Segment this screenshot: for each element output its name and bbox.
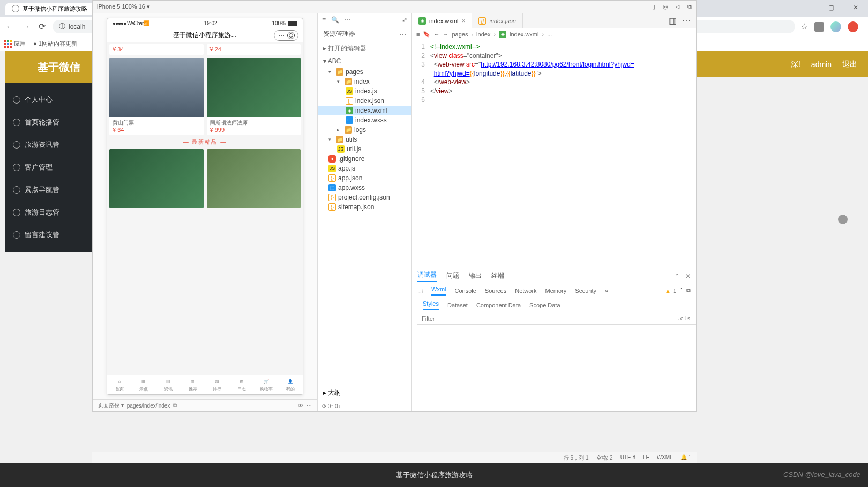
wxml-tree-area[interactable] [412,298,417,411]
bc-index[interactable]: index [476,31,490,38]
mobile-icon[interactable]: ▯ [652,3,655,10]
folder-logs[interactable]: ▸📁logs [318,125,411,135]
open-editors-section[interactable]: ▸ 打开的编辑器 [318,42,411,55]
filter-input[interactable] [417,312,671,324]
dock-icon[interactable]: ⤢ [402,16,407,24]
copy-icon[interactable]: ⧉ [687,3,692,10]
page-path-label[interactable]: 页面路径 ▾ [98,402,124,409]
subtab-scope[interactable]: Scope Data [529,302,560,308]
split-icon[interactable]: ▥ [669,16,677,26]
product-card[interactable]: ¥ 24 [207,44,301,55]
bell-icon[interactable]: 🔔 1 [680,454,691,462]
tab-log[interactable]: ▨日志 [229,378,254,392]
chevron-up-icon[interactable]: ⌃ [675,272,680,280]
tool-sources[interactable]: Sources [485,287,506,294]
topbar-admin[interactable]: admin [811,60,832,69]
close-icon[interactable]: ✕ [685,272,691,280]
extension-badge[interactable] [848,21,858,32]
record-icon[interactable]: ◎ [663,3,668,10]
assistive-touch[interactable] [838,215,848,224]
list-icon[interactable]: ≡ [322,16,326,24]
bc-file[interactable]: index.wxml [510,31,538,38]
encoding[interactable]: UTF-8 [620,454,635,462]
subtab-component[interactable]: Component Data [476,302,521,308]
profile-avatar[interactable] [830,21,841,32]
tab-rank[interactable]: ▧排行 [205,378,230,392]
more-icon[interactable]: ⋯ [278,32,285,39]
product-card[interactable] [109,149,204,208]
sim-content[interactable]: ¥ 34 ¥ 24 黄山门票¥ 64 阿斯顿法师法师¥ 999 — 最新精品 — [107,42,303,375]
tab-me[interactable]: 👤我的 [278,378,303,392]
tab-terminal[interactable]: 终端 [491,271,504,281]
folder-utils[interactable]: ▾📁utils [318,135,411,144]
tab-news[interactable]: ▤资讯 [156,378,181,392]
tab-problems[interactable]: 问题 [446,271,459,281]
product-card[interactable] [207,149,301,208]
bc-more[interactable]: ... [547,31,552,38]
outline-section[interactable]: ▸ 大纲 [318,385,411,401]
file-sitemap[interactable]: {}sitemap.json [318,202,411,212]
folder-pages[interactable]: ▾📁pages [318,67,411,77]
more-icon[interactable]: ⋯ [682,16,691,26]
folder-index[interactable]: ▾📁index [318,77,411,86]
tab-cart[interactable]: 🛒购物车 [254,378,279,392]
back-icon[interactable]: ← [433,31,439,38]
bookmark-icon[interactable]: 🔖 [423,31,430,38]
capsule-button[interactable]: ⋯ [274,30,298,41]
tab-debugger[interactable]: 调试器 [417,270,437,282]
minimize-button[interactable]: — [794,0,819,15]
indent-info[interactable]: 空格: 2 [596,454,613,462]
file-projectconfig[interactable]: {}project.config.json [318,193,411,202]
close-icon[interactable]: × [461,17,465,25]
language-mode[interactable]: WXML [657,454,673,462]
topbar-logout[interactable]: 退出 [842,60,857,69]
code-content[interactable]: <!--index.wxml--> <view class="container… [428,40,637,269]
eye-icon[interactable]: 👁 [298,403,303,409]
more-icon[interactable]: ⋯ [306,403,312,409]
bookmark-item[interactable]: ● 1网站内容更新 [33,40,77,48]
file-index-wxss[interactable]: ⬚index.wxss [318,115,411,125]
tab-home[interactable]: ⌂首页 [107,378,132,392]
cursor-pos[interactable]: 行 6，列 1 [564,454,589,462]
editor-tab-wxml[interactable]: ◈index.wxml× [412,13,472,28]
apps-button[interactable]: 应用 [4,40,26,48]
file-app-wxss[interactable]: ⬚app.wxss [318,183,411,193]
tool-security[interactable]: Security [575,287,596,294]
tab-recommend[interactable]: ▥推荐 [181,378,205,392]
tool-network[interactable]: Network [515,287,536,294]
file-app-js[interactable]: JSapp.js [318,164,411,173]
subtab-dataset[interactable]: Dataset [447,302,468,308]
cls-toggle[interactable]: .cls [671,312,697,324]
inspect-icon[interactable]: ⬚ [417,287,423,294]
editor-tab-json[interactable]: {}index.json [472,13,523,28]
tab-output[interactable]: 输出 [469,271,482,281]
eol[interactable]: LF [643,454,649,462]
send-icon[interactable]: ◁ [676,3,680,10]
copy-icon[interactable]: ⧉ [173,402,177,409]
product-card[interactable]: 黄山门票¥ 64 [109,58,204,135]
browser-tab[interactable]: 基于微信小程序旅游攻略 [5,3,94,15]
forward-icon[interactable]: → [443,31,448,38]
file-gitignore[interactable]: ♦.gitignore [318,154,411,164]
star-icon[interactable]: ☆ [800,21,808,32]
file-index-js[interactable]: JSindex.js [318,86,411,96]
tool-memory[interactable]: Memory [545,287,567,294]
file-app-json[interactable]: {}app.json [318,173,411,183]
device-selector[interactable]: iPhone 5 100% 16 ▾ [97,3,150,10]
product-card[interactable]: ¥ 34 [109,44,204,55]
code-editor[interactable]: 123456 <!--index.wxml--> <view class="co… [412,40,696,269]
back-button[interactable]: ← [4,21,15,32]
tool-wxml[interactable]: Wxml [431,286,446,296]
dock-icon[interactable]: ⧉ [686,287,691,294]
project-root[interactable]: ▾ ABC [318,55,411,67]
settings-icon[interactable]: ⋮ [678,287,684,294]
file-index-wxml[interactable]: ◈index.wxml [318,106,411,115]
maximize-button[interactable]: ▢ [819,0,843,15]
product-card[interactable]: 阿斯顿法师法师¥ 999 [207,58,301,135]
tab-scenic[interactable]: ▦景点 [132,378,156,392]
subtab-styles[interactable]: Styles [423,300,439,310]
warning-icon[interactable]: ▲ [665,287,671,294]
list-icon[interactable]: ≡ [416,31,420,38]
reload-button[interactable]: ⟳ [36,21,47,32]
extensions-icon[interactable] [814,22,824,32]
